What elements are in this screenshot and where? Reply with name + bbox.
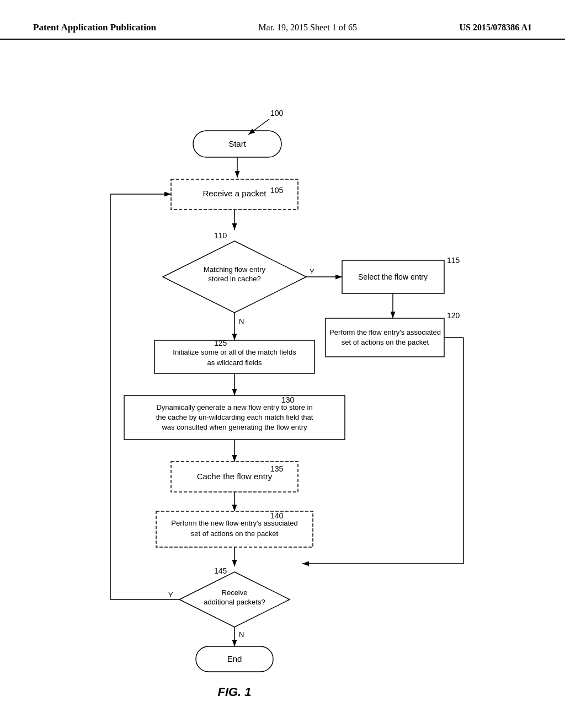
init-box: [154, 340, 315, 373]
dynamic-text3: was consulted when generating the flow e…: [161, 423, 307, 431]
diamond-text1: Matching flow entry: [204, 265, 265, 274]
diamond-text2: stored in cache?: [208, 275, 260, 283]
page-header: Patent Application Publication Mar. 19, …: [0, 0, 565, 40]
label-105: 105: [270, 186, 284, 195]
end-label: End: [227, 654, 242, 663]
patent-number: US 2015/078386 A1: [459, 23, 532, 33]
diamond-n-label: N: [239, 317, 244, 325]
additional-text1: Receive: [222, 588, 248, 597]
select-label: Select the flow entry: [358, 272, 428, 281]
dynamic-text1: Dynamically generate a new flow entry to…: [156, 403, 312, 411]
label-120: 120: [447, 311, 460, 320]
label-135: 135: [270, 464, 284, 473]
perform1-text2: set of actions on the packet: [342, 338, 429, 346]
receive-label: Receive a packet: [202, 189, 266, 198]
additional-n-label: N: [239, 630, 244, 639]
init-text1: Initialize some or all of the match fiel…: [173, 348, 296, 356]
perform1-text1: Perform the flow entry's associated: [329, 328, 441, 336]
dynamic-text2: the cache by un-wildcarding each match f…: [156, 413, 313, 421]
publication-date-sheet: Mar. 19, 2015 Sheet 1 of 65: [258, 23, 357, 33]
arrow-100: [248, 119, 269, 135]
fig-label: FIG. 1: [217, 685, 251, 699]
diamond-y-label: Y: [310, 267, 315, 276]
start-label: Start: [228, 139, 247, 148]
flowchart-svg: 100 Start 105 Receive a packet 110 Match…: [0, 42, 565, 721]
init-text2: as wildcard fields: [207, 358, 262, 367]
diagram-area: 100 Start 105 Receive a packet 110 Match…: [0, 42, 565, 721]
label-145: 145: [214, 566, 227, 575]
publication-title: Patent Application Publication: [33, 22, 156, 33]
label-100: 100: [270, 109, 284, 117]
label-115: 115: [447, 256, 460, 265]
label-110: 110: [214, 231, 227, 240]
additional-text2: additional packets?: [204, 598, 265, 606]
additional-y-label: Y: [168, 591, 173, 599]
perform2-text1: Perform the new flow entry's associated: [171, 519, 297, 527]
perform1-box: [326, 318, 444, 357]
cache-label: Cache the flow entry: [197, 472, 273, 481]
perform2-text2: set of actions on the packet: [191, 529, 279, 538]
